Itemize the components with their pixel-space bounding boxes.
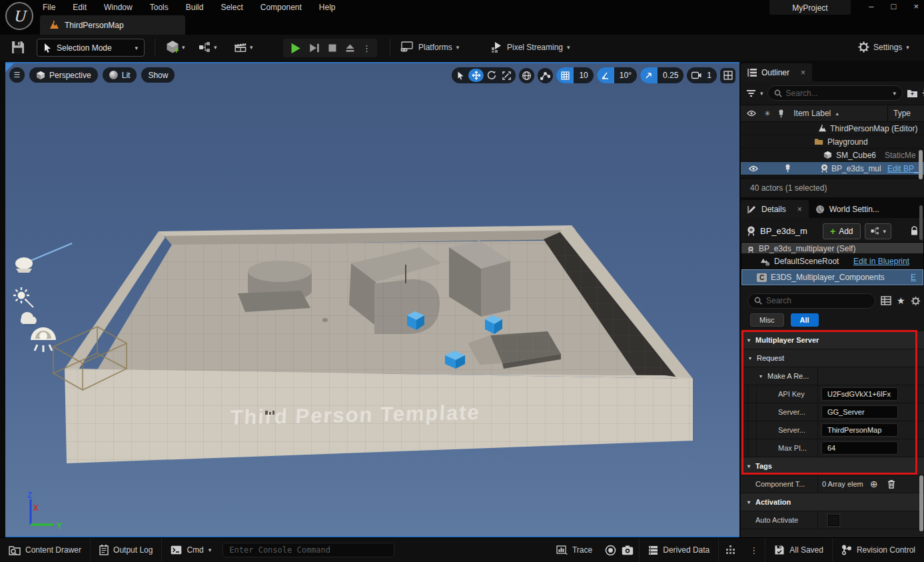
outliner-row-folder[interactable]: Playground [741,135,924,149]
camera-speed-control[interactable]: 1 [687,67,717,83]
perspective-dropdown[interactable]: Perspective [29,67,98,83]
close-icon[interactable]: × [797,205,802,214]
all-filter-button[interactable]: All [791,313,819,327]
stop-icon[interactable] [327,43,338,53]
cinematics-button[interactable]: ▾ [233,41,253,53]
cylinder-top[interactable] [248,261,312,282]
console-input[interactable] [229,545,388,555]
world-coordinate-icon[interactable] [519,68,534,83]
new-folder-icon[interactable]: + [907,89,918,98]
maximize-viewport-icon[interactable] [720,68,735,83]
trace-button[interactable]: Trace [548,538,601,562]
edit-link-clipped[interactable]: E [911,273,916,282]
trash-icon[interactable] [887,479,895,489]
cmd-dropdown[interactable]: Cmd ▾ [162,538,220,562]
edit-in-blueprint-link[interactable]: Edit in Blueprint [853,257,917,266]
tab-details[interactable]: Details × [741,200,809,218]
api-key-input[interactable] [822,390,897,398]
rotate-tool-icon[interactable] [484,69,499,82]
category-tags[interactable]: ▾ Tags [741,457,924,475]
category-multiplayer-server[interactable]: ▾ Multiplayer Server [741,331,924,349]
platforms-dropdown[interactable]: Platforms ▾ [400,41,459,53]
menu-tools[interactable]: Tools [150,3,169,12]
add-array-element-icon[interactable]: ⊕ [870,479,878,489]
selection-mode-dropdown[interactable]: Selection Mode ▾ [37,39,145,57]
pin-column-icon[interactable] [778,109,784,118]
column-item-label[interactable]: Item Label [793,109,831,118]
tab-outliner[interactable]: Outliner × [741,63,812,81]
derived-data-button[interactable]: Derived Data [640,538,718,562]
auto-activate-checkbox[interactable] [828,515,839,526]
details-search-input[interactable] [766,296,869,305]
move-tool-icon[interactable] [468,69,484,82]
content-drawer-button[interactable]: Content Drawer [0,538,90,562]
menu-file[interactable]: File [43,3,55,12]
menu-select[interactable]: Select [221,3,242,12]
output-log-button[interactable]: Output Log [91,538,161,562]
menu-help[interactable]: Help [319,3,336,12]
component-row-self[interactable]: BP_e3ds_multiplayer (Self) [741,243,923,253]
unreal-logo-icon[interactable]: U [5,2,33,30]
tab-world-settings[interactable]: World Settin... [809,200,886,218]
display-filter-icon[interactable] [881,296,891,305]
server-input[interactable] [822,408,897,416]
pin-icon[interactable] [785,164,791,173]
sort-asc-icon[interactable]: ▲ [835,111,839,116]
outliner-search-input[interactable] [786,89,889,98]
skip-icon[interactable] [308,42,320,54]
long-box-right[interactable] [481,261,510,317]
menu-component[interactable]: Component [260,3,302,12]
tab-thirdpersonmap[interactable]: ThirdPersonMap [40,15,185,35]
pixel-streaming-dropdown[interactable]: Pixel Streaming ▾ [491,41,570,53]
component-tree-scrollbar[interactable] [919,205,923,240]
show-dropdown[interactable]: Show [141,67,175,83]
server-map-input[interactable] [822,426,897,434]
level-viewport[interactable]: Third Person Template [5,62,739,537]
component-row-sceneroot[interactable]: C DefaultSceneRoot Edit in Blueprint [741,253,923,269]
add-component-button[interactable]: + Add [823,223,861,239]
more-options-icon[interactable]: ⋮ [749,545,758,555]
select-tool-icon[interactable] [453,69,468,82]
pebble[interactable] [322,318,328,322]
save-icon[interactable] [11,40,25,55]
close-icon[interactable]: × [801,68,805,77]
menu-window[interactable]: Window [104,3,133,12]
minimize-icon[interactable]: – [869,1,873,11]
blueprints-button[interactable]: ▾ [199,41,217,53]
revision-control-button[interactable]: Revision Control [833,538,924,562]
insights-grid-icon[interactable] [725,545,736,555]
lock-icon[interactable] [910,226,919,236]
maximize-icon[interactable]: □ [891,1,897,11]
lit-dropdown[interactable]: Lit [103,67,137,83]
outliner-row-staticmesh[interactable]: SM_Cube6 StaticMe [741,149,924,162]
play-options-icon[interactable]: ⋮ [362,43,371,53]
favorite-column-icon[interactable]: ✳ [764,109,770,118]
details-search[interactable] [747,293,875,309]
misc-filter-button[interactable]: Misc [750,313,784,327]
grid-snap-control[interactable]: 10 [556,67,593,83]
all-saved-button[interactable]: All Saved [765,538,832,562]
max-players-input[interactable] [822,444,897,452]
angle-snap-control[interactable]: 10° [597,67,637,83]
outliner-scrollbar[interactable] [919,150,923,179]
play-icon[interactable] [289,42,302,55]
edit-bp-link[interactable]: Edit BP_ [887,164,919,173]
eye-icon[interactable] [749,165,758,172]
add-actor-button[interactable]: + ▾ [165,40,185,55]
component-row-multiplayer-selected[interactable]: C E3DS_Multiplayer_Components E [741,269,923,285]
details-settings-icon[interactable] [911,296,921,306]
eject-icon[interactable] [344,43,356,53]
settings-dropdown[interactable]: Settings ▾ [858,41,909,53]
category-activation[interactable]: ▾ Activation [741,493,924,511]
blueprint-hierarchy-button[interactable]: ▾ [865,223,892,239]
favorites-star-icon[interactable]: ★ [897,295,905,306]
screenshot-icon[interactable] [622,545,634,555]
outliner-search[interactable]: ▾ [767,85,903,101]
visibility-column-icon[interactable] [747,110,756,117]
column-type-label[interactable]: Type [887,105,911,121]
scale-tool-icon[interactable] [499,69,514,82]
close-icon[interactable]: × [913,1,919,11]
outliner-row-level[interactable]: ThirdPersonMap (Editor) [741,122,924,135]
record-icon[interactable] [605,545,616,556]
console-command-field[interactable] [223,543,394,557]
